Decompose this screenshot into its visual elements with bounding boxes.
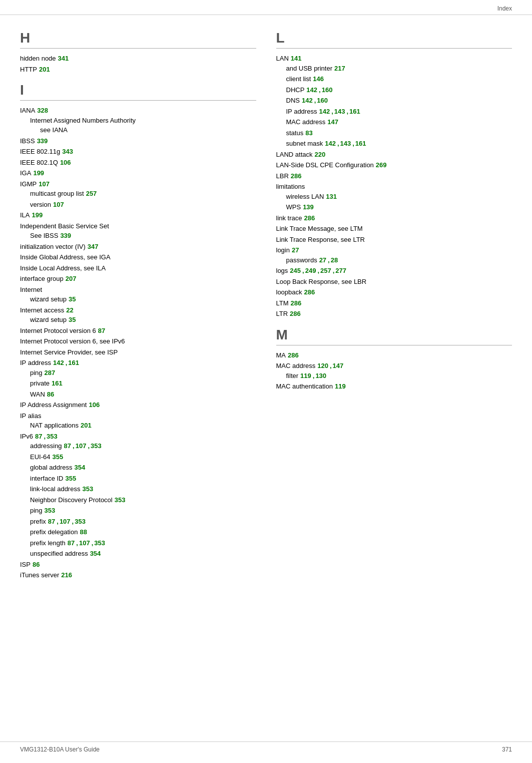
index-term: hidden node bbox=[20, 54, 56, 64]
list-item: WPS139 bbox=[276, 202, 512, 212]
index-term: IPv6 bbox=[20, 432, 33, 442]
list-item: IBSS339 bbox=[20, 136, 256, 146]
page-num: 353 bbox=[47, 432, 58, 442]
footer-left: VMG1312-B10A User's Guide bbox=[20, 746, 100, 753]
list-item: addressing87, 107, 353 bbox=[20, 441, 256, 451]
list-item: subnet mask142, 143, 161 bbox=[276, 139, 512, 149]
page-num: 139 bbox=[303, 202, 314, 212]
list-item: login27passwords27, 28 bbox=[276, 245, 512, 265]
page-num: 347 bbox=[88, 242, 99, 252]
page-num: 35 bbox=[69, 315, 76, 325]
list-item: limitationswireless LAN131WPS139 bbox=[276, 182, 512, 212]
page-num: 107 bbox=[53, 200, 64, 210]
page-num: 86 bbox=[47, 390, 54, 400]
index-term: See IBSS bbox=[30, 231, 58, 241]
page-num: 160 bbox=[317, 96, 328, 106]
index-term: ping bbox=[30, 368, 43, 378]
page-num: 161 bbox=[349, 107, 360, 117]
index-term: Inside Global Address, see IGA bbox=[20, 252, 111, 262]
index-term: LBR bbox=[276, 171, 289, 181]
index-term: link-local address bbox=[30, 484, 80, 494]
list-item: IGMP107multicast group list257version107 bbox=[20, 179, 256, 210]
list-item: MA286 bbox=[276, 350, 512, 360]
index-term: Internet bbox=[20, 285, 42, 295]
index-term: initialization vector (IV) bbox=[20, 242, 86, 252]
list-item: loopback286 bbox=[276, 287, 512, 297]
index-term: Neighbor Discovery Protocol bbox=[30, 495, 113, 505]
index-term: MAC address bbox=[286, 117, 326, 127]
list-item: WAN86 bbox=[20, 390, 256, 400]
index-term: iTunes server bbox=[20, 570, 59, 580]
index-section: IIANA328Internet Assigned Numbers Author… bbox=[20, 82, 256, 580]
page-num: 119 bbox=[300, 371, 311, 381]
page-num: 269 bbox=[376, 160, 387, 170]
list-item: DNS142, 160 bbox=[276, 96, 512, 106]
section-letter: L bbox=[276, 30, 512, 49]
page-num: 257 bbox=[86, 189, 97, 199]
index-term: Link Trace Response, see LTR bbox=[276, 235, 365, 245]
list-item: see IANA bbox=[20, 125, 256, 135]
list-item: client list146 bbox=[276, 74, 512, 84]
page-num: 143 bbox=[340, 139, 351, 149]
page-num: 107 bbox=[76, 441, 87, 451]
list-item: multicast group list257 bbox=[20, 189, 256, 199]
page-num: 141 bbox=[291, 54, 302, 64]
index-term: wizard setup bbox=[30, 294, 67, 304]
index-term: IP address bbox=[20, 358, 51, 368]
page-num: 143 bbox=[334, 107, 345, 117]
page-num: 130 bbox=[315, 371, 326, 381]
index-term: IGA bbox=[20, 168, 31, 178]
index-term: ILA bbox=[20, 210, 30, 220]
index-term: LAN bbox=[276, 54, 289, 64]
page-num: 286 bbox=[290, 309, 301, 319]
page-num: 355 bbox=[52, 452, 63, 462]
list-item: IP Address Assignment106 bbox=[20, 400, 256, 410]
page-num: 142 bbox=[325, 139, 336, 149]
list-item: Loop Back Response, see LBR bbox=[276, 277, 512, 287]
index-term: subnet mask bbox=[286, 139, 323, 149]
page-num: 161 bbox=[355, 139, 366, 149]
index-term: LTM bbox=[276, 298, 289, 308]
list-item: private161 bbox=[20, 378, 256, 389]
index-term: prefix delegation bbox=[30, 527, 78, 537]
page-num: 161 bbox=[52, 378, 63, 389]
list-item: Link Trace Message, see LTM bbox=[276, 224, 512, 234]
list-item: status83 bbox=[276, 128, 512, 138]
page-num: 87 bbox=[35, 432, 42, 442]
list-item: link trace286 bbox=[276, 213, 512, 223]
index-term: interface group bbox=[20, 274, 64, 284]
index-term: EUI-64 bbox=[30, 452, 50, 462]
index-term: DHCP bbox=[286, 85, 305, 95]
index-term: MAC authentication bbox=[276, 381, 333, 392]
index-term: prefix length bbox=[30, 538, 66, 548]
index-section: Hhidden node341HTTP201 bbox=[20, 30, 256, 74]
page-num: 353 bbox=[82, 484, 93, 494]
index-term: Internet access bbox=[20, 305, 64, 315]
index-term: Loop Back Response, see LBR bbox=[276, 277, 367, 287]
list-item: Link Trace Response, see LTR bbox=[276, 235, 512, 245]
page-num: 341 bbox=[58, 54, 69, 64]
list-item: iTunes server216 bbox=[20, 570, 256, 580]
list-item: IPv687, 353addressing87, 107, 353EUI-643… bbox=[20, 432, 256, 559]
page-num: 87 bbox=[68, 538, 75, 548]
index-term: client list bbox=[286, 74, 311, 84]
page-num: 355 bbox=[65, 474, 76, 484]
list-item: See IBSS339 bbox=[20, 231, 256, 241]
index-term: NAT applications bbox=[30, 421, 79, 431]
index-term: Independent Basic Service Set bbox=[20, 221, 109, 231]
index-term: Inside Local Address, see ILA bbox=[20, 263, 106, 273]
index-term: status bbox=[286, 128, 304, 138]
page-footer: VMG1312-B10A User's Guide 371 bbox=[0, 741, 532, 753]
page-num: 286 bbox=[291, 171, 302, 181]
page-num: 217 bbox=[334, 64, 345, 74]
page-num: 216 bbox=[61, 570, 72, 580]
list-item: IP address142, 143, 161 bbox=[276, 107, 512, 117]
list-item: IP address142, 161ping287private161WAN86 bbox=[20, 358, 256, 399]
page-num: 353 bbox=[94, 538, 105, 548]
list-item: LAN-Side DSL CPE Configuration269 bbox=[276, 160, 512, 170]
page-num: 27 bbox=[292, 245, 299, 255]
index-term: DNS bbox=[286, 96, 300, 106]
index-term: WAN bbox=[30, 390, 45, 400]
list-item: MAC address120, 147filter119, 130 bbox=[276, 361, 512, 380]
page-num: 147 bbox=[327, 117, 338, 127]
